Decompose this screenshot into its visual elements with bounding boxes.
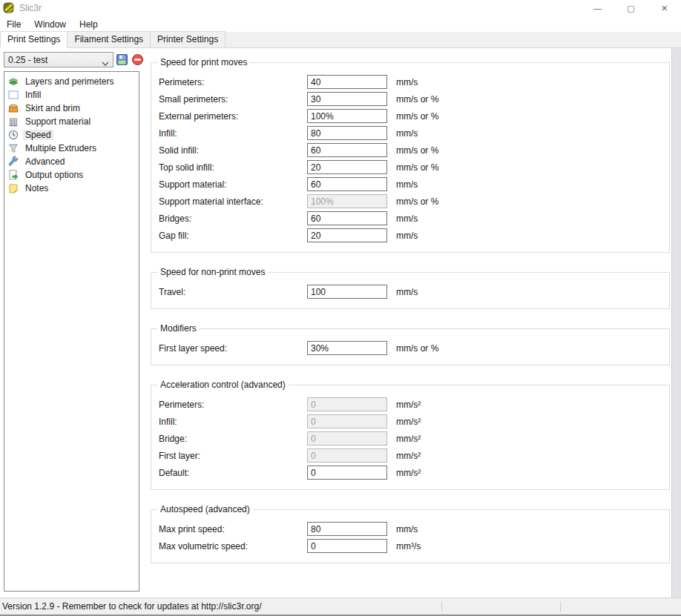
- speed-for-print-moves-external-perimeters-input[interactable]: [307, 109, 387, 123]
- setting-unit: mm/s: [396, 128, 418, 139]
- sidebar-item-label: Infill: [23, 90, 43, 100]
- setting-label: First layer:: [159, 451, 307, 461]
- menu-help[interactable]: Help: [73, 16, 105, 32]
- chevron-down-icon: [102, 58, 109, 62]
- group-speed-for-non-print-moves: Speed for non-print movesTravel:mm/s: [151, 272, 670, 309]
- setting-row-bridge: Bridge:mm/s²: [159, 431, 669, 446]
- setting-unit: mm/s: [396, 179, 418, 190]
- sidebar-item-advanced[interactable]: Advanced: [4, 155, 139, 168]
- save-preset-button[interactable]: [116, 53, 129, 67]
- layers-icon: [7, 76, 19, 87]
- tab-filament-settings[interactable]: Filament Settings: [68, 31, 151, 47]
- slic3r-app-icon: [3, 2, 15, 14]
- setting-unit: mm/s or %: [396, 162, 438, 173]
- setting-row-support-material-interface: Support material interface:mm/s or %: [159, 194, 669, 208]
- window-title: Slic3r: [19, 3, 42, 13]
- speed-for-non-print-moves-travel-input[interactable]: [307, 285, 387, 299]
- setting-label: Support material:: [159, 179, 307, 190]
- setting-row-bridges: Bridges:mm/s: [159, 211, 669, 225]
- setting-label: Infill:: [159, 128, 307, 139]
- setting-row-infill: Infill:mm/s²: [159, 414, 669, 428]
- setting-unit: mm/s or %: [396, 196, 438, 207]
- sidebar-item-label: Speed: [23, 130, 53, 140]
- speed-for-print-moves-support-material-interface-input: [307, 194, 387, 208]
- setting-label: Max volumetric speed:: [159, 541, 307, 552]
- menu-bar: File Window Help: [0, 16, 681, 32]
- tab-printer-settings[interactable]: Printer Settings: [151, 31, 226, 47]
- window-controls: — ▢ ✕: [581, 0, 681, 16]
- setting-unit: mm/s or %: [396, 111, 438, 122]
- setting-row-max-volumetric-speed: Max volumetric speed:mm³/s: [159, 539, 669, 553]
- setting-label: Default:: [159, 468, 307, 478]
- menu-file[interactable]: File: [0, 16, 27, 32]
- speed-settings-panel: Speed for print movesPerimeters:mm/sSmal…: [151, 62, 670, 583]
- title-bar: Slic3r — ▢ ✕: [0, 0, 681, 16]
- sidebar-item-output-options[interactable]: Output options: [4, 168, 139, 182]
- setting-unit: mm/s: [396, 231, 418, 241]
- setting-unit: mm/s²: [396, 417, 421, 427]
- speed-for-print-moves-infill-input[interactable]: [307, 126, 387, 140]
- autospeed-advanced-max-print-speed-input[interactable]: [307, 522, 387, 536]
- minimize-button[interactable]: —: [581, 0, 614, 16]
- close-button[interactable]: ✕: [648, 0, 681, 16]
- sidebar-item-layers-and-perimeters[interactable]: Layers and perimeters: [4, 75, 139, 88]
- print-settings-page: 0.25 - test Layers and perimetersInfillS…: [0, 48, 672, 597]
- status-text: Version 1.2.9 - Remember to check for up…: [2, 601, 262, 612]
- setting-row-infill: Infill:mm/s: [159, 126, 669, 140]
- sidebar-item-support-material[interactable]: Support material: [4, 115, 139, 128]
- speed-for-print-moves-small-perimeters-input[interactable]: [307, 92, 387, 106]
- setting-row-travel: Travel:mm/s: [159, 285, 669, 299]
- setting-label: External perimeters:: [159, 111, 307, 122]
- sidebar-item-label: Multiple Extruders: [23, 143, 99, 153]
- setting-row-solid-infill: Solid infill:mm/s or %: [159, 143, 669, 157]
- setting-unit: mm/s or %: [396, 94, 438, 105]
- acceleration-control-advanced-first-layer-input: [307, 448, 387, 463]
- preset-selected-value: 0.25 - test: [8, 55, 102, 65]
- setting-label: First layer speed:: [159, 343, 307, 354]
- speed-for-print-moves-top-solid-infill-input[interactable]: [307, 160, 387, 174]
- setting-unit: mm/s: [396, 287, 418, 297]
- speed-for-print-moves-bridges-input[interactable]: [307, 211, 387, 225]
- autospeed-advanced-max-volumetric-speed-input[interactable]: [307, 539, 387, 553]
- setting-label: Bridge:: [159, 434, 307, 444]
- speed-for-print-moves-solid-infill-input[interactable]: [307, 143, 387, 157]
- sidebar-item-multiple-extruders[interactable]: Multiple Extruders: [4, 142, 139, 155]
- setting-label: Gap fill:: [159, 231, 307, 241]
- time-icon: [7, 129, 19, 141]
- group-title: Modifiers: [157, 323, 200, 334]
- sidebar-item-label: Advanced: [23, 156, 67, 167]
- acceleration-control-advanced-bridge-input: [307, 431, 387, 446]
- sidebar-item-infill[interactable]: Infill: [4, 88, 139, 102]
- setting-unit: mm/s: [396, 213, 418, 224]
- maximize-button[interactable]: ▢: [614, 0, 648, 16]
- output-icon: [7, 169, 19, 181]
- preset-dropdown[interactable]: 0.25 - test: [4, 52, 114, 67]
- tab-print-settings[interactable]: Print Settings: [0, 31, 68, 47]
- delete-preset-button[interactable]: [131, 53, 145, 67]
- speed-for-print-moves-perimeters-input[interactable]: [307, 75, 387, 89]
- setting-row-perimeters: Perimeters:mm/s²: [159, 397, 669, 411]
- speed-for-print-moves-gap-fill-input[interactable]: [307, 228, 387, 242]
- group-modifiers: ModifiersFirst layer speed:mm/s or %: [151, 328, 670, 365]
- menu-window[interactable]: Window: [27, 16, 73, 32]
- modifiers-first-layer-speed-input[interactable]: [307, 341, 387, 355]
- setting-row-first-layer-speed: First layer speed:mm/s or %: [159, 341, 669, 355]
- sidebar-item-skirt-and-brim[interactable]: Skirt and brim: [4, 102, 139, 115]
- acceleration-control-advanced-default-input[interactable]: [307, 466, 387, 480]
- setting-unit: mm³/s: [396, 541, 421, 552]
- setting-label: Max print speed:: [159, 524, 307, 534]
- group-acceleration-control-advanced: Acceleration control (advanced)Perimeter…: [151, 385, 670, 490]
- sidebar-item-notes[interactable]: Notes: [4, 182, 139, 195]
- setting-unit: mm/s: [396, 524, 418, 534]
- setting-row-external-perimeters: External perimeters:mm/s or %: [159, 109, 669, 123]
- speed-for-print-moves-support-material-input[interactable]: [307, 177, 387, 191]
- setting-label: Perimeters:: [159, 77, 307, 87]
- sidebar-item-label: Support material: [23, 116, 93, 127]
- setting-row-first-layer: First layer:mm/s²: [159, 448, 669, 463]
- group-autospeed-advanced: Autospeed (advanced)Max print speed:mm/s…: [151, 509, 670, 563]
- funnel-icon: [7, 142, 19, 154]
- setting-unit: mm/s²: [396, 451, 421, 461]
- setting-unit: mm/s²: [396, 434, 421, 444]
- wrench-icon: [7, 156, 19, 168]
- sidebar-item-speed[interactable]: Speed: [4, 128, 139, 142]
